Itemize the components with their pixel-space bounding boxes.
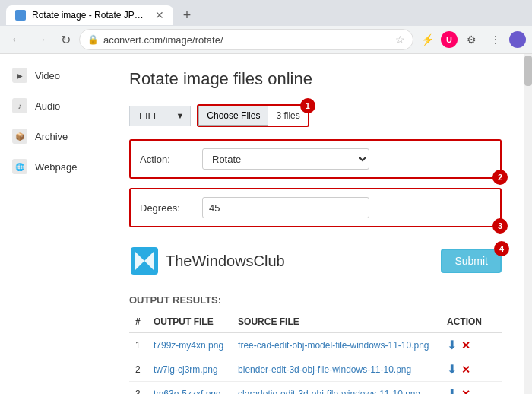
settings-button[interactable]: ⚙ [461, 29, 482, 50]
browser-chrome: Rotate image - Rotate JPG, PNG... ✕ + ← … [0, 0, 532, 54]
row-source-file: claradotio-edit-3d-obj-file-windows-11-1… [232, 382, 441, 395]
sidebar-label-video: Video [35, 70, 60, 81]
row-output-file: t799z-my4xn.png [147, 332, 232, 357]
scrollbar[interactable] [524, 54, 532, 394]
row-num: 1 [129, 332, 147, 357]
file-btn-group: FILE ▼ [129, 106, 191, 126]
output-file-link[interactable]: tw7ig-cj3rm.png [154, 364, 218, 375]
nav-bar: ← → ↻ 🔒 aconvert.com/image/rotate/ ☆ ⚡ U… [0, 26, 532, 53]
file-section: FILE ▼ Choose Files 3 files 1 [129, 104, 502, 127]
main-layout: ▶ Video ♪ Audio 📦 Archive 🌐 Webpage Rota… [0, 54, 532, 394]
tab-close-button[interactable]: ✕ [155, 10, 164, 21]
ublock-icon[interactable]: U [441, 31, 458, 48]
row-action: ⬇ ✕ [441, 332, 502, 357]
source-file-link[interactable]: claradotio-edit-3d-obj-file-windows-11-1… [238, 389, 420, 395]
badge-1: 1 [300, 98, 315, 113]
delete-icon[interactable]: ✕ [461, 388, 470, 395]
tab-bar: Rotate image - Rotate JPG, PNG... ✕ + [0, 0, 532, 26]
submit-area: Submit 4 [441, 249, 502, 273]
output-title: OUTPUT RESULTS: [129, 294, 502, 306]
sidebar-label-audio: Audio [35, 100, 60, 112]
active-tab[interactable]: Rotate image - Rotate JPG, PNG... ✕ [6, 5, 173, 25]
address-text: aconvert.com/image/rotate/ [103, 34, 391, 46]
source-file-link[interactable]: blender-edit-3d-obj-file-windows-11-10.p… [238, 364, 411, 375]
row-output-file: tm63o-5zzxf.png [147, 382, 232, 395]
output-file-link[interactable]: t799z-my4xn.png [154, 340, 223, 351]
sidebar-item-audio[interactable]: ♪ Audio [0, 91, 106, 121]
action-icons: ⬇ ✕ [447, 338, 496, 352]
windows-logo-icon [129, 246, 160, 276]
row-source-file: free-cad-edit-obj-model-file-windows-11-… [232, 332, 441, 357]
back-button[interactable]: ← [6, 29, 27, 50]
tab-title: Rotate image - Rotate JPG, PNG... [32, 10, 149, 21]
col-header-action: ACTION [441, 312, 502, 332]
row-num: 3 [129, 382, 147, 395]
badge-3: 3 [492, 218, 508, 234]
table-row: 3 tm63o-5zzxf.png claradotio-edit-3d-obj… [129, 382, 502, 395]
row-source-file: blender-edit-3d-obj-file-windows-11-10.p… [232, 357, 441, 382]
sidebar-item-video[interactable]: ▶ Video [0, 60, 106, 91]
row-output-file: tw7ig-cj3rm.png [147, 357, 232, 382]
sidebar-label-archive: Archive [35, 131, 68, 142]
degrees-label: Degrees: [140, 202, 193, 214]
sidebar-item-webpage[interactable]: 🌐 Webpage [0, 151, 106, 182]
action-section: Action: Rotate 2 [129, 139, 502, 179]
badge-2: 2 [492, 170, 508, 185]
video-icon: ▶ [12, 68, 27, 83]
choose-files-button[interactable]: Choose Files [198, 106, 268, 126]
logo-submit-row: TheWindowsClub Submit 4 [129, 238, 502, 284]
nav-extras: ⚡ U ⚙ ⋮ [416, 29, 526, 50]
col-header-output: OUTPUT FILE [147, 312, 232, 332]
row-action: ⬇ ✕ [441, 357, 502, 382]
download-icon[interactable]: ⬇ [447, 338, 457, 352]
submit-button[interactable]: Submit [441, 249, 502, 273]
logo-area: TheWindowsClub [129, 246, 285, 276]
badge-4: 4 [494, 241, 509, 256]
action-icons: ⬇ ✕ [447, 362, 496, 377]
row-num: 2 [129, 357, 147, 382]
download-icon[interactable]: ⬇ [447, 362, 457, 377]
page-title: Rotate image files online [129, 69, 502, 89]
delete-icon[interactable]: ✕ [461, 364, 470, 376]
webpage-icon: 🌐 [12, 159, 27, 174]
bookmark-icon[interactable]: ☆ [395, 33, 405, 46]
scrollbar-thumb[interactable] [524, 56, 532, 86]
results-table: # OUTPUT FILE SOURCE FILE ACTION 1 t799z… [129, 312, 502, 394]
address-bar[interactable]: 🔒 aconvert.com/image/rotate/ ☆ [79, 29, 413, 50]
download-icon[interactable]: ⬇ [447, 386, 457, 394]
sidebar: ▶ Video ♪ Audio 📦 Archive 🌐 Webpage [0, 54, 106, 394]
sidebar-item-archive[interactable]: 📦 Archive [0, 121, 106, 151]
tab-favicon [15, 10, 26, 21]
delete-icon[interactable]: ✕ [461, 339, 470, 351]
user-avatar[interactable] [509, 31, 526, 48]
refresh-button[interactable]: ↻ [55, 29, 76, 50]
degrees-input[interactable] [202, 197, 369, 218]
file-dropdown-arrow[interactable]: ▼ [169, 106, 191, 126]
action-select[interactable]: Rotate [202, 148, 369, 170]
col-header-source: SOURCE FILE [232, 312, 441, 332]
col-header-num: # [129, 312, 147, 332]
table-row: 1 t799z-my4xn.png free-cad-edit-obj-mode… [129, 332, 502, 357]
file-button[interactable]: FILE [129, 106, 169, 126]
menu-button[interactable]: ⋮ [485, 29, 506, 50]
lock-icon: 🔒 [87, 34, 99, 45]
sidebar-label-webpage: Webpage [35, 161, 77, 173]
new-tab-button[interactable]: + [176, 5, 198, 26]
archive-icon: 📦 [12, 129, 27, 144]
action-icons: ⬇ ✕ [447, 386, 496, 394]
output-file-link[interactable]: tm63o-5zzxf.png [154, 389, 221, 395]
forward-button[interactable]: → [30, 29, 52, 50]
table-row: 2 tw7ig-cj3rm.png blender-edit-3d-obj-fi… [129, 357, 502, 382]
audio-icon: ♪ [12, 98, 27, 113]
main-content: Rotate image files online FILE ▼ Choose … [106, 54, 524, 394]
logo-text: TheWindowsClub [166, 253, 285, 270]
action-label: Action: [140, 154, 193, 165]
source-file-link[interactable]: free-cad-edit-obj-model-file-windows-11-… [238, 340, 429, 351]
choose-files-box: Choose Files 3 files 1 [197, 104, 309, 127]
extensions-button[interactable]: ⚡ [416, 29, 438, 50]
row-action: ⬇ ✕ [441, 382, 502, 395]
degrees-section: Degrees: 3 [129, 188, 502, 227]
output-section: OUTPUT RESULTS: # OUTPUT FILE SOURCE FIL… [129, 294, 502, 394]
